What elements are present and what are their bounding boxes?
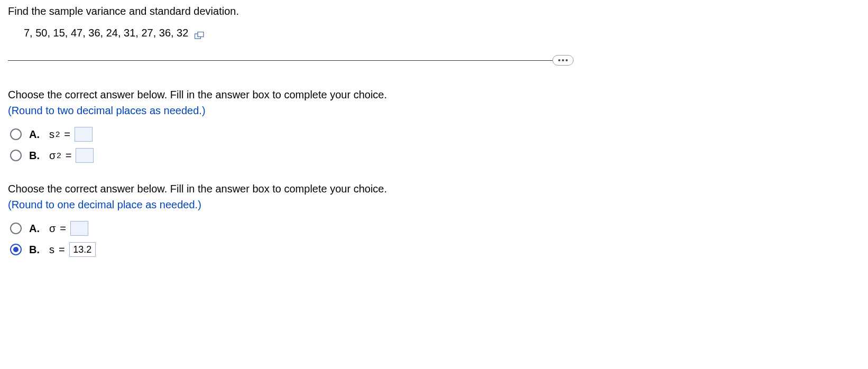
part1-formula-b: σ2 = <box>49 148 94 163</box>
part1-label-b: B. <box>29 150 40 162</box>
part1-instruction: Choose the correct answer below. Fill in… <box>8 87 860 118</box>
part2-radio-b[interactable] <box>10 244 22 255</box>
section-divider <box>8 55 574 66</box>
part1-formula-a: s2 = <box>49 127 93 142</box>
svg-rect-1 <box>198 32 204 36</box>
part2-radio-a[interactable] <box>10 223 22 234</box>
part2-formula-b: s = <box>49 242 96 257</box>
part1-input-a[interactable] <box>75 127 93 142</box>
part1-option-b[interactable]: B. σ2 = <box>8 145 860 166</box>
part2-input-a[interactable] <box>70 221 88 236</box>
part2-input-b[interactable] <box>69 242 96 257</box>
question-prompt: Find the sample variance and standard de… <box>8 5 860 17</box>
part1-choices: A. s2 = B. σ2 = <box>8 124 860 166</box>
part2-label-a: A. <box>29 223 40 235</box>
part2-option-a[interactable]: A. σ = <box>8 218 860 239</box>
copy-data-icon[interactable] <box>195 30 204 37</box>
part1-label-a: A. <box>29 128 40 141</box>
part1-rounding-hint: (Round to two decimal places as needed.) <box>8 105 206 116</box>
more-options-button[interactable] <box>552 55 574 66</box>
part2-choices: A. σ = B. s = <box>8 218 860 260</box>
part2-rounding-hint: (Round to one decimal place as needed.) <box>8 199 201 210</box>
part2-option-b[interactable]: B. s = <box>8 239 860 260</box>
part2-label-b: B. <box>29 244 40 256</box>
part2-formula-a: σ = <box>49 221 88 236</box>
part1-option-a[interactable]: A. s2 = <box>8 124 860 145</box>
question-data-values: 7, 50, 15, 47, 36, 24, 31, 27, 36, 32 <box>24 27 188 39</box>
part1-input-b[interactable] <box>76 148 94 163</box>
part2-instruction: Choose the correct answer below. Fill in… <box>8 181 860 213</box>
part1-radio-b[interactable] <box>10 150 22 161</box>
part1-radio-a[interactable] <box>10 128 22 140</box>
